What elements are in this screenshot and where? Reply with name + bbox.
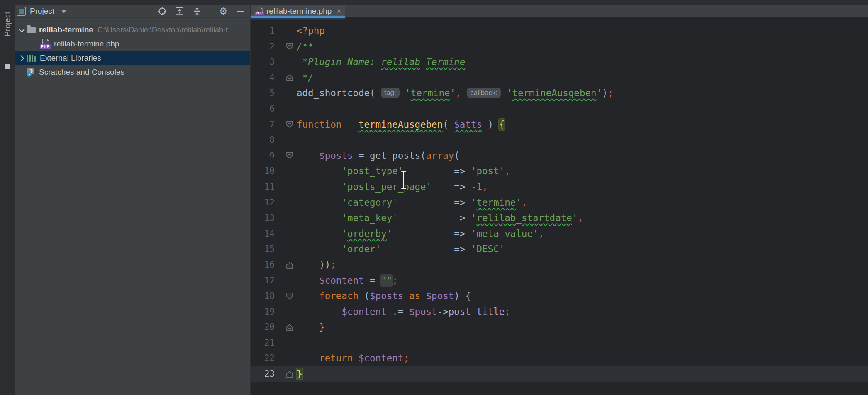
code-line-19: $content .= $post->post_title; xyxy=(297,304,613,320)
line-number: 2 xyxy=(251,39,275,55)
project-window-icon xyxy=(17,7,26,16)
fold-marker-start[interactable] xyxy=(286,293,293,300)
tab-relilab-termine-php[interactable]: PHP relilab-termine.php × xyxy=(251,5,345,17)
code-line-6 xyxy=(297,101,613,117)
line-number: 10 xyxy=(251,163,275,179)
fold-marker-end[interactable] xyxy=(286,261,293,269)
line-number: 13 xyxy=(251,210,275,226)
code-line-7: function termineAusgeben( $atts ) { xyxy=(297,117,613,133)
collapse-all-icon[interactable] xyxy=(193,7,202,16)
tool-window-square-icon[interactable] xyxy=(5,64,10,69)
code-line-14: 'orderby' => 'meta_value', xyxy=(297,226,613,242)
code-line-9: $posts = get_posts(array( xyxy=(297,148,613,164)
line-number: 5 xyxy=(251,85,275,101)
scratches-icon xyxy=(27,68,36,76)
chevron-down-icon[interactable] xyxy=(61,10,67,13)
line-number: 22 xyxy=(251,351,275,366)
line-number: 19 xyxy=(251,304,275,320)
external-libraries-icon xyxy=(27,54,37,62)
line-number: 18 xyxy=(251,288,275,304)
locate-icon[interactable] xyxy=(158,7,167,16)
code-line-23: } xyxy=(297,366,613,382)
ide-window: Project Project ⚙ re xyxy=(0,0,868,395)
tree-item-label: relilab-termine xyxy=(39,25,93,34)
code-line-10: 'post_type' => 'post', xyxy=(297,163,613,179)
code-line-5: add_shortcode( tag: 'termine', callback:… xyxy=(297,85,613,101)
folder-icon xyxy=(27,27,36,33)
chevron-down-icon[interactable] xyxy=(17,29,27,32)
tree-item-relilab-termine-php[interactable]: PHPrelilab-termine.php xyxy=(15,37,250,51)
line-number: 9 xyxy=(251,148,275,164)
fold-marker-end[interactable] xyxy=(286,371,293,378)
line-number: 4 xyxy=(251,70,275,86)
parameter-hint-chip: callback: xyxy=(467,88,501,98)
project-toolbar: ⚙ xyxy=(158,7,245,16)
left-tool-stripe: Project xyxy=(0,5,15,395)
toolbar-separator xyxy=(210,7,210,16)
tree-item-path: C:\Users\Daniel\Desktop\relilab\relilab-… xyxy=(98,26,228,34)
code-line-18: foreach ($posts as $post) { xyxy=(297,288,613,304)
code-line-4: */ xyxy=(297,70,613,86)
line-number: 3 xyxy=(251,54,275,70)
code-line-1: <?php xyxy=(297,23,613,39)
code-line-16: )); xyxy=(297,257,613,273)
line-number: 23 xyxy=(251,366,275,382)
project-tree: relilab-termineC:\Users\Daniel\Desktop\r… xyxy=(15,18,250,79)
fold-marker-end[interactable] xyxy=(286,324,293,331)
project-panel-title: Project xyxy=(30,7,54,16)
code-line-21 xyxy=(297,335,613,351)
tool-stripe-project-button[interactable]: Project xyxy=(3,12,12,37)
line-number: 12 xyxy=(251,195,275,211)
line-number: 1 xyxy=(251,23,275,39)
code-line-17: $content = ""; xyxy=(297,273,613,289)
expand-all-icon[interactable] xyxy=(175,7,184,16)
code-text: <?php/** *Plugin Name: relilab Termine *… xyxy=(297,23,613,382)
editor-tab-bar: PHP relilab-termine.php × xyxy=(251,5,868,17)
code-line-12: 'category' => 'termine', xyxy=(297,195,613,211)
close-tab-icon[interactable]: × xyxy=(336,7,341,16)
line-number: 15 xyxy=(251,241,275,257)
code-line-2: /** xyxy=(297,39,613,55)
line-number: 17 xyxy=(251,273,275,289)
line-number: 11 xyxy=(251,179,275,195)
code-line-8 xyxy=(297,132,613,148)
line-number: 20 xyxy=(251,319,275,335)
code-line-22: return $content; xyxy=(297,351,613,366)
code-line-15: 'order' => 'DESC' xyxy=(297,241,613,257)
parameter-hint-chip: tag: xyxy=(381,88,399,98)
tree-item-relilab-termine[interactable]: relilab-termineC:\Users\Daniel\Desktop\r… xyxy=(15,23,250,37)
tree-item-label: Scratches and Consoles xyxy=(39,68,124,77)
fold-marker-start[interactable] xyxy=(286,43,293,50)
line-number: 6 xyxy=(251,101,275,117)
fold-marker-start[interactable] xyxy=(286,121,293,128)
editor-pane: PHP relilab-termine.php × 12345678910111… xyxy=(250,5,868,395)
chevron-right-icon[interactable] xyxy=(17,56,27,61)
fold-marker-end[interactable] xyxy=(286,74,293,81)
tab-label: relilab-termine.php xyxy=(266,7,332,16)
code-editor[interactable]: 1234567891011121314151617181920212223<?p… xyxy=(251,17,868,395)
code-line-3: *Plugin Name: relilab Termine xyxy=(297,54,613,70)
hide-panel-icon[interactable] xyxy=(236,7,245,16)
line-number: 14 xyxy=(251,226,275,242)
code-line-20: } xyxy=(297,319,613,335)
php-file-icon: PHP xyxy=(255,7,263,15)
window-top-strip xyxy=(0,0,868,5)
php-file-icon: PHP xyxy=(40,39,51,49)
tree-item-external-libraries[interactable]: External Libraries xyxy=(15,51,250,65)
line-number: 16 xyxy=(251,257,275,273)
fold-marker-start[interactable] xyxy=(286,152,293,159)
code-line-13: 'meta_key' => 'relilab_startdate', xyxy=(297,210,613,226)
line-number-gutter: 1234567891011121314151617181920212223 xyxy=(251,23,275,382)
project-panel-header: Project ⚙ xyxy=(15,5,250,18)
code-line-11: 'posts_per_page' => -1, xyxy=(297,179,613,195)
settings-gear-icon[interactable]: ⚙ xyxy=(219,7,228,16)
tree-item-scratches-and-consoles[interactable]: Scratches and Consoles xyxy=(15,65,250,79)
line-number: 21 xyxy=(251,335,275,351)
project-panel: Project ⚙ relilab-termineC:\Users\Daniel… xyxy=(15,5,250,395)
tree-item-label: External Libraries xyxy=(40,54,101,63)
line-number: 8 xyxy=(251,132,275,148)
line-number: 7 xyxy=(251,117,275,133)
tree-item-label: relilab-termine.php xyxy=(54,39,119,49)
